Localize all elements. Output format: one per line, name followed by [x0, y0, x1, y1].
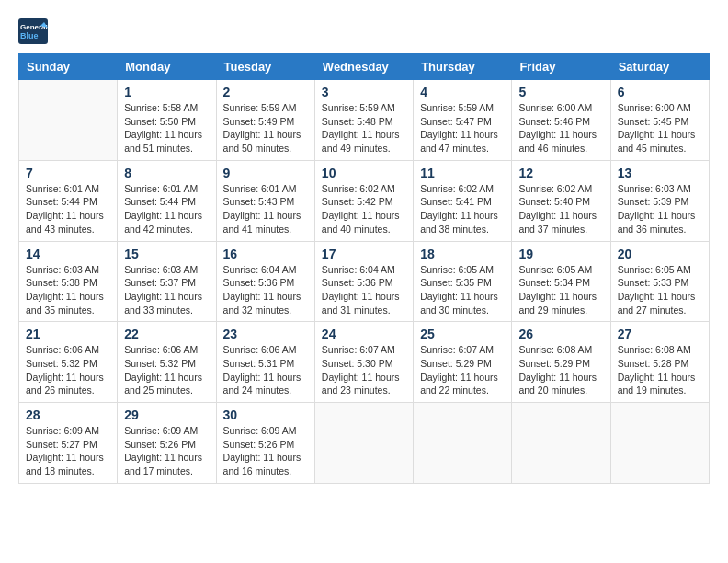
- day-info: Sunrise: 6:08 AM Sunset: 5:28 PM Dayligh…: [618, 343, 702, 397]
- day-info: Sunrise: 6:01 AM Sunset: 5:43 PM Dayligh…: [223, 182, 308, 236]
- calendar-cell: 24Sunrise: 6:07 AM Sunset: 5:30 PM Dayli…: [314, 322, 413, 403]
- calendar-cell: [610, 403, 709, 484]
- day-number: 21: [26, 327, 110, 341]
- day-number: 30: [223, 408, 308, 422]
- column-header-thursday: Thursday: [414, 54, 512, 80]
- day-info: Sunrise: 6:05 AM Sunset: 5:35 PM Dayligh…: [420, 263, 505, 317]
- day-info: Sunrise: 6:09 AM Sunset: 5:26 PM Dayligh…: [223, 424, 308, 478]
- calendar-cell: 5Sunrise: 6:00 AM Sunset: 5:46 PM Daylig…: [512, 80, 610, 161]
- calendar-cell: 22Sunrise: 6:06 AM Sunset: 5:32 PM Dayli…: [118, 322, 216, 403]
- column-header-sunday: Sunday: [19, 54, 118, 80]
- calendar-cell: 19Sunrise: 6:05 AM Sunset: 5:34 PM Dayli…: [512, 241, 610, 322]
- day-number: 1: [124, 85, 209, 99]
- day-info: Sunrise: 6:01 AM Sunset: 5:44 PM Dayligh…: [26, 182, 110, 236]
- day-number: 11: [420, 166, 505, 180]
- day-number: 18: [420, 247, 505, 261]
- day-info: Sunrise: 6:08 AM Sunset: 5:29 PM Dayligh…: [518, 343, 603, 397]
- day-info: Sunrise: 5:59 AM Sunset: 5:48 PM Dayligh…: [322, 101, 406, 155]
- day-number: 25: [420, 327, 505, 341]
- calendar-week-4: 21Sunrise: 6:06 AM Sunset: 5:32 PM Dayli…: [19, 322, 710, 403]
- day-info: Sunrise: 5:58 AM Sunset: 5:50 PM Dayligh…: [124, 101, 209, 155]
- day-number: 19: [518, 247, 603, 261]
- calendar-cell: 21Sunrise: 6:06 AM Sunset: 5:32 PM Dayli…: [19, 322, 118, 403]
- day-number: 29: [124, 408, 209, 422]
- day-info: Sunrise: 6:06 AM Sunset: 5:32 PM Dayligh…: [26, 343, 110, 397]
- calendar-week-2: 7Sunrise: 6:01 AM Sunset: 5:44 PM Daylig…: [19, 160, 710, 241]
- calendar-cell: 25Sunrise: 6:07 AM Sunset: 5:29 PM Dayli…: [414, 322, 512, 403]
- day-info: Sunrise: 5:59 AM Sunset: 5:49 PM Dayligh…: [223, 101, 308, 155]
- day-info: Sunrise: 6:06 AM Sunset: 5:32 PM Dayligh…: [124, 343, 209, 397]
- calendar-cell: 11Sunrise: 6:02 AM Sunset: 5:41 PM Dayli…: [414, 160, 512, 241]
- day-info: Sunrise: 6:03 AM Sunset: 5:37 PM Dayligh…: [124, 263, 209, 317]
- calendar-cell: 27Sunrise: 6:08 AM Sunset: 5:28 PM Dayli…: [610, 322, 709, 403]
- calendar-cell: 1Sunrise: 5:58 AM Sunset: 5:50 PM Daylig…: [118, 80, 216, 161]
- day-number: 3: [322, 85, 406, 99]
- calendar-cell: 9Sunrise: 6:01 AM Sunset: 5:43 PM Daylig…: [216, 160, 314, 241]
- day-info: Sunrise: 6:02 AM Sunset: 5:42 PM Dayligh…: [322, 182, 406, 236]
- calendar-header-row: SundayMondayTuesdayWednesdayThursdayFrid…: [19, 54, 710, 80]
- calendar-cell: 7Sunrise: 6:01 AM Sunset: 5:44 PM Daylig…: [19, 160, 118, 241]
- calendar-cell: [512, 403, 610, 484]
- calendar-cell: [314, 403, 413, 484]
- day-info: Sunrise: 6:07 AM Sunset: 5:30 PM Dayligh…: [322, 343, 406, 397]
- day-number: 26: [518, 327, 603, 341]
- day-number: 23: [223, 327, 308, 341]
- day-number: 14: [26, 247, 110, 261]
- day-info: Sunrise: 6:03 AM Sunset: 5:39 PM Dayligh…: [618, 182, 702, 236]
- day-info: Sunrise: 6:05 AM Sunset: 5:33 PM Dayligh…: [618, 263, 702, 317]
- day-number: 15: [124, 247, 209, 261]
- calendar-cell: 30Sunrise: 6:09 AM Sunset: 5:26 PM Dayli…: [216, 403, 314, 484]
- day-info: Sunrise: 6:04 AM Sunset: 5:36 PM Dayligh…: [223, 263, 308, 317]
- day-number: 2: [223, 85, 308, 99]
- calendar-cell: 13Sunrise: 6:03 AM Sunset: 5:39 PM Dayli…: [610, 160, 709, 241]
- calendar-cell: [19, 80, 118, 161]
- calendar-cell: [414, 403, 512, 484]
- calendar-week-3: 14Sunrise: 6:03 AM Sunset: 5:38 PM Dayli…: [19, 241, 710, 322]
- day-number: 9: [223, 166, 308, 180]
- day-number: 16: [223, 247, 308, 261]
- day-number: 6: [618, 85, 702, 99]
- day-number: 20: [618, 247, 702, 261]
- calendar-cell: 29Sunrise: 6:09 AM Sunset: 5:26 PM Dayli…: [118, 403, 216, 484]
- day-info: Sunrise: 6:01 AM Sunset: 5:44 PM Dayligh…: [124, 182, 209, 236]
- calendar-cell: 23Sunrise: 6:06 AM Sunset: 5:31 PM Dayli…: [216, 322, 314, 403]
- day-info: Sunrise: 6:09 AM Sunset: 5:26 PM Dayligh…: [124, 424, 209, 478]
- page-header: General Blue: [18, 18, 710, 44]
- calendar-cell: 4Sunrise: 5:59 AM Sunset: 5:47 PM Daylig…: [414, 80, 512, 161]
- calendar-cell: 26Sunrise: 6:08 AM Sunset: 5:29 PM Dayli…: [512, 322, 610, 403]
- calendar-cell: 14Sunrise: 6:03 AM Sunset: 5:38 PM Dayli…: [19, 241, 118, 322]
- calendar-cell: 12Sunrise: 6:02 AM Sunset: 5:40 PM Dayli…: [512, 160, 610, 241]
- column-header-saturday: Saturday: [610, 54, 709, 80]
- day-info: Sunrise: 5:59 AM Sunset: 5:47 PM Dayligh…: [420, 101, 505, 155]
- day-number: 17: [322, 247, 406, 261]
- calendar-cell: 15Sunrise: 6:03 AM Sunset: 5:37 PM Dayli…: [118, 241, 216, 322]
- day-number: 24: [322, 327, 406, 341]
- day-number: 27: [618, 327, 702, 341]
- day-number: 12: [518, 166, 603, 180]
- day-info: Sunrise: 6:07 AM Sunset: 5:29 PM Dayligh…: [420, 343, 505, 397]
- logo-icon: General Blue: [18, 18, 48, 44]
- calendar-cell: 2Sunrise: 5:59 AM Sunset: 5:49 PM Daylig…: [216, 80, 314, 161]
- svg-text:Blue: Blue: [20, 31, 39, 40]
- day-number: 4: [420, 85, 505, 99]
- day-info: Sunrise: 6:09 AM Sunset: 5:27 PM Dayligh…: [26, 424, 110, 478]
- column-header-tuesday: Tuesday: [216, 54, 314, 80]
- day-number: 22: [124, 327, 209, 341]
- day-info: Sunrise: 6:00 AM Sunset: 5:46 PM Dayligh…: [518, 101, 603, 155]
- day-info: Sunrise: 6:04 AM Sunset: 5:36 PM Dayligh…: [322, 263, 406, 317]
- day-number: 28: [26, 408, 110, 422]
- day-info: Sunrise: 6:05 AM Sunset: 5:34 PM Dayligh…: [518, 263, 603, 317]
- column-header-wednesday: Wednesday: [314, 54, 413, 80]
- calendar-cell: 28Sunrise: 6:09 AM Sunset: 5:27 PM Dayli…: [19, 403, 118, 484]
- day-info: Sunrise: 6:03 AM Sunset: 5:38 PM Dayligh…: [26, 263, 110, 317]
- logo: General Blue: [18, 18, 48, 44]
- calendar-week-1: 1Sunrise: 5:58 AM Sunset: 5:50 PM Daylig…: [19, 80, 710, 161]
- calendar-cell: 20Sunrise: 6:05 AM Sunset: 5:33 PM Dayli…: [610, 241, 709, 322]
- day-info: Sunrise: 6:02 AM Sunset: 5:40 PM Dayligh…: [518, 182, 603, 236]
- day-number: 8: [124, 166, 209, 180]
- calendar-cell: 16Sunrise: 6:04 AM Sunset: 5:36 PM Dayli…: [216, 241, 314, 322]
- calendar-week-5: 28Sunrise: 6:09 AM Sunset: 5:27 PM Dayli…: [19, 403, 710, 484]
- day-info: Sunrise: 6:00 AM Sunset: 5:45 PM Dayligh…: [618, 101, 702, 155]
- day-number: 10: [322, 166, 406, 180]
- day-info: Sunrise: 6:06 AM Sunset: 5:31 PM Dayligh…: [223, 343, 308, 397]
